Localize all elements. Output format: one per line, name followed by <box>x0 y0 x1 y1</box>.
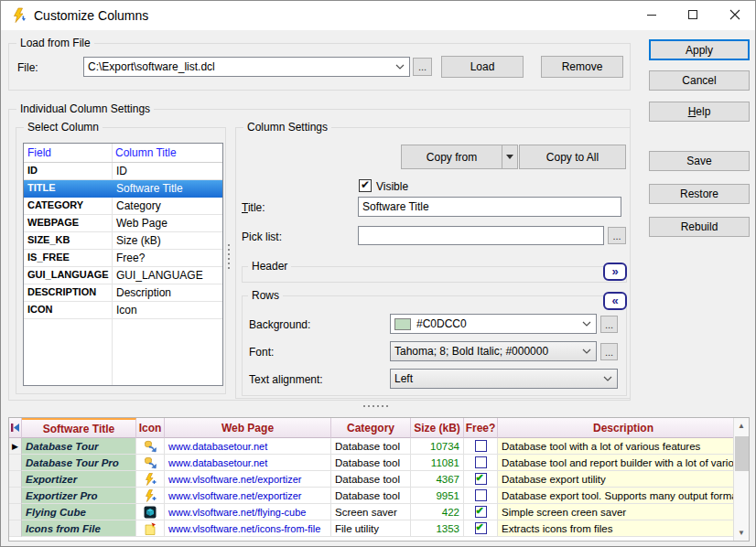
grid-header-web-page[interactable]: Web Page <box>165 418 331 438</box>
free-checkbox[interactable] <box>475 440 487 452</box>
web-page-link[interactable]: www.vlsoftware.net/exportizer <box>165 471 331 488</box>
preview-grid[interactable]: Software Title Icon Web Page Category Si… <box>8 417 750 542</box>
copy-from-dropdown-arrow[interactable] <box>502 145 517 168</box>
web-page-link[interactable]: www.vlsoftware.net/icons-from-file <box>165 520 331 537</box>
select-column-row[interactable]: IDID <box>24 163 222 180</box>
select-column-row[interactable]: GUI_LANGUAGEGUI_LANGUAGE <box>24 267 222 284</box>
background-swatch <box>394 318 411 330</box>
category-cell: Screen saver <box>331 504 411 520</box>
grid-header-icon[interactable]: Icon <box>136 418 165 438</box>
title-input[interactable] <box>358 197 621 217</box>
text-alignment-combobox[interactable]: Left <box>390 369 618 389</box>
grid-header-row: Software Title Icon Web Page Category Si… <box>9 418 749 438</box>
pick-list-browse-button[interactable]: ... <box>608 227 626 244</box>
grid-row[interactable]: Flying Cubewww.vlsoftware.net/flying-cub… <box>9 504 749 520</box>
grid-header-software-title[interactable]: Software Title <box>22 418 136 438</box>
minimize-icon <box>646 7 657 24</box>
select-column-list[interactable]: Field Column Title IDIDTITLESoftware Tit… <box>23 143 223 386</box>
chevron-down-icon <box>578 349 596 354</box>
horizontal-splitter[interactable] <box>363 405 388 407</box>
header-expand-button[interactable]: » <box>603 263 627 281</box>
text-alignment-value: Left <box>394 372 413 385</box>
free-checkbox[interactable] <box>475 473 487 485</box>
software-title-cell: Icons from File <box>22 520 136 537</box>
column-title-cell: Software Title <box>112 180 222 197</box>
column-title-cell: Category <box>112 198 222 214</box>
select-column-group-label: Select Column <box>24 121 103 134</box>
row-marker-cell <box>9 520 22 537</box>
font-browse-button[interactable]: ... <box>600 343 618 360</box>
minimize-button[interactable] <box>631 1 672 29</box>
help-rest: elp <box>696 105 710 118</box>
field-column-header[interactable]: Field <box>24 144 112 162</box>
select-column-row[interactable]: ICONIcon <box>24 302 222 319</box>
free-checkbox[interactable] <box>475 456 487 468</box>
rows-collapse-button[interactable]: « <box>603 292 627 310</box>
select-column-row[interactable]: SIZE_KBSize (kB) <box>24 232 222 250</box>
select-column-row[interactable]: IS_FREEFree? <box>24 250 222 267</box>
maximize-button[interactable] <box>672 1 713 29</box>
row-marker-cell <box>9 455 22 471</box>
column-title-cell: Web Page <box>112 215 222 231</box>
column-title-header[interactable]: Column Title <box>112 144 180 162</box>
icons-from-file-icon <box>136 520 165 537</box>
load-button[interactable]: Load <box>441 56 524 78</box>
close-button[interactable] <box>713 1 756 29</box>
title-bar[interactable]: Customize Columns <box>1 1 755 30</box>
select-column-row[interactable]: WEBPAGEWeb Page <box>24 215 222 232</box>
select-column-row[interactable]: CATEGORYCategory <box>24 198 222 215</box>
scroll-up-icon[interactable]: ▲ <box>734 418 749 434</box>
free-checkbox[interactable] <box>475 506 487 518</box>
pick-list-label: Pick list: <box>242 231 282 243</box>
free-checkbox[interactable] <box>475 522 487 534</box>
background-browse-button[interactable]: ... <box>600 316 618 333</box>
grid-header-description[interactable]: Description <box>498 418 749 438</box>
scroll-down-icon[interactable]: ▼ <box>734 525 749 541</box>
exportizer-icon <box>136 488 165 504</box>
row-marker-cell <box>9 471 22 488</box>
pick-list-input[interactable] <box>358 226 604 245</box>
file-label: File: <box>17 61 38 74</box>
file-browse-button[interactable]: ... <box>413 58 432 76</box>
free-cell <box>464 438 498 455</box>
grid-row[interactable]: Exportizerwww.vlsoftware.net/exportizerD… <box>9 471 749 488</box>
apply-button[interactable]: Apply <box>649 39 750 60</box>
grid-header-free[interactable]: Free? <box>464 418 498 438</box>
copy-to-all-button[interactable]: Copy to All <box>519 145 626 169</box>
select-column-row[interactable]: DESCRIPTIONDescription <box>24 284 222 302</box>
category-cell: File utility <box>331 520 411 537</box>
cancel-button[interactable]: Cancel <box>649 70 750 91</box>
remove-button[interactable]: Remove <box>541 56 623 78</box>
copy-from-button[interactable]: Copy from <box>401 145 518 169</box>
visible-checkbox[interactable] <box>359 179 372 192</box>
scrollbar-thumb[interactable] <box>735 436 749 471</box>
grid-row[interactable]: Exportizer Prowww.vlsoftware.net/exporti… <box>9 488 749 504</box>
grid-header-size[interactable]: Size (kB) <box>411 418 464 438</box>
rebuild-button[interactable]: Rebuild <box>649 217 750 237</box>
web-page-link[interactable]: www.databasetour.net <box>165 455 331 471</box>
grid-row[interactable]: Icons from Filewww.vlsoftware.net/icons-… <box>9 520 749 537</box>
grid-row[interactable]: ▶Database Tourwww.databasetour.netDataba… <box>9 438 749 455</box>
help-button[interactable]: Help <box>649 102 750 122</box>
column-title-cell: Size (kB) <box>112 232 222 249</box>
web-page-link[interactable]: www.vlsoftware.net/flying-cube <box>165 504 331 520</box>
column-title-cell: GUI_LANGUAGE <box>112 267 222 284</box>
grid-row[interactable]: Database Tour Prowww.databasetour.netDat… <box>9 455 749 471</box>
file-path-combobox[interactable]: C:\Export\software_list.dcl <box>83 57 410 77</box>
web-page-link[interactable]: www.databasetour.net <box>165 438 331 455</box>
free-checkbox[interactable] <box>475 489 487 501</box>
select-column-row[interactable]: TITLESoftware Title <box>24 180 222 198</box>
size-cell: 11081 <box>411 455 464 471</box>
copy-from-label: Copy from <box>402 151 502 164</box>
description-cell: Database tool and report builder with a … <box>498 455 749 471</box>
web-page-link[interactable]: www.vlsoftware.net/exportizer <box>165 488 331 504</box>
grid-header-category[interactable]: Category <box>331 418 411 438</box>
vertical-splitter[interactable] <box>228 244 230 269</box>
grid-vertical-scrollbar[interactable]: ▲ ▼ <box>733 418 749 541</box>
background-combobox[interactable]: #C0DCC0 <box>390 314 597 334</box>
select-column-list-body: IDIDTITLESoftware TitleCATEGORYCategoryW… <box>24 163 222 319</box>
font-combobox[interactable]: Tahoma; 8; Bold Italic; #000000 <box>390 341 597 361</box>
restore-button[interactable]: Restore <box>649 184 750 204</box>
save-button[interactable]: Save <box>649 151 750 171</box>
field-cell: CATEGORY <box>24 198 112 214</box>
